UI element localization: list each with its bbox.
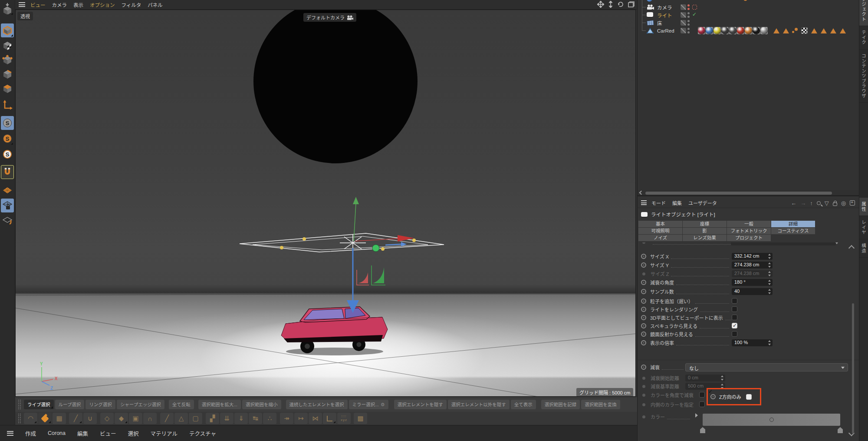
anim-dot-icon[interactable] xyxy=(641,332,646,337)
store-selection-button[interactable]: 選択範囲を記録 xyxy=(541,400,580,409)
bridge-icon[interactable]: ∩ xyxy=(143,413,157,424)
tag-triangle-icon[interactable] xyxy=(783,28,789,33)
material-tag[interactable] xyxy=(698,27,705,34)
object-row-camera[interactable]: カメラ xyxy=(638,3,859,11)
extrude-inner-icon[interactable]: ▣ xyxy=(129,413,142,424)
extrude-icon[interactable]: ◆ xyxy=(115,413,128,424)
attr-row-size-z[interactable]: サイズ Z 274.238 cm xyxy=(638,270,859,278)
shrink-selection-button[interactable]: 選択範囲を縮小 xyxy=(242,400,281,409)
menu-material[interactable]: マテリアル xyxy=(151,429,178,438)
polygons-mode-icon[interactable] xyxy=(1,82,14,96)
stepper-icon[interactable] xyxy=(768,280,771,285)
invert-all-button[interactable]: 全て反転 xyxy=(169,400,194,409)
tab-project[interactable]: プロジェクト xyxy=(727,235,771,241)
view-label[interactable]: 透視 xyxy=(17,12,33,20)
stepper-icon[interactable] xyxy=(768,254,771,259)
attr-row-show-plane[interactable]: 3D平面としてビューポートに表示 xyxy=(638,314,859,322)
cage-deform-icon[interactable]: ▩ xyxy=(354,413,367,424)
workplane-icon[interactable] xyxy=(1,183,14,197)
set-flow-icon[interactable]: ↠ xyxy=(280,413,293,424)
attribute-menu-icon[interactable] xyxy=(641,200,647,205)
attr-row-clipped[interactable] xyxy=(638,242,859,246)
visibility-dots[interactable] xyxy=(687,28,690,33)
maximize-icon[interactable] xyxy=(628,1,635,7)
menu-view[interactable]: ビュー xyxy=(30,1,46,8)
material-tag[interactable] xyxy=(760,27,768,34)
grow-selection-button[interactable]: 選択範囲を拡大... xyxy=(198,400,241,409)
hide-unselected-button[interactable]: 選択エレメント以外を隠す xyxy=(448,400,510,409)
layer-toggle[interactable] xyxy=(681,12,686,18)
xyz-coords-icon[interactable]: ∷∷xyz xyxy=(337,413,351,424)
anim-dot-icon[interactable] xyxy=(641,315,646,320)
optimize-dots-icon[interactable]: ∴ xyxy=(263,413,276,424)
solo-off-icon[interactable]: S xyxy=(1,116,14,130)
sculpt-brush-icon[interactable]: ╱ xyxy=(69,413,82,424)
search-icon[interactable] xyxy=(817,201,821,205)
tab-general[interactable]: 一般 xyxy=(727,221,771,227)
menu-edit[interactable]: 編集 xyxy=(77,429,88,438)
anim-dot-icon[interactable] xyxy=(710,394,716,399)
menu-options[interactable]: オプション xyxy=(90,1,115,8)
material-tag[interactable] xyxy=(745,27,752,34)
attr-row-samples[interactable]: サンプル数 40 xyxy=(638,288,859,295)
up-icon[interactable]: ↑ xyxy=(810,200,813,206)
ring-selection-button[interactable]: リング選択 xyxy=(85,400,115,409)
hide-selected-button[interactable]: 選択エレメントを隠す xyxy=(394,400,447,409)
menu-userdata[interactable]: ユーザデータ xyxy=(688,199,717,206)
material-tag[interactable] xyxy=(753,27,760,34)
menu-view-bottom[interactable]: ビュー xyxy=(100,429,116,438)
attr-row-reflection-visible[interactable]: 鏡面反射から見える xyxy=(638,330,859,338)
gradient-knob-left[interactable] xyxy=(700,427,705,433)
points-mode-icon[interactable] xyxy=(1,53,14,67)
anim-dot-icon[interactable] xyxy=(641,262,646,268)
menu-panel[interactable]: パネル xyxy=(148,1,163,8)
menu-create[interactable]: 作成 xyxy=(25,429,36,438)
menu-mode[interactable]: モード xyxy=(651,199,666,206)
live-selection-button[interactable]: ライブ選択 xyxy=(24,400,54,409)
tag-triangle-icon[interactable] xyxy=(811,28,817,33)
attr-row-add-grain[interactable]: 粒子を追加（遅い） xyxy=(638,297,859,305)
anim-dot-icon[interactable] xyxy=(641,280,646,285)
size-y-field[interactable]: 274.238 cm xyxy=(732,262,773,269)
color-gradient-bar[interactable] xyxy=(703,414,840,426)
array-grid-icon[interactable]: ▦ xyxy=(53,413,66,424)
attr-row-display-scale[interactable]: 表示の倍率 100 % xyxy=(638,339,859,347)
object-row-clipped[interactable] xyxy=(638,0,859,3)
convert-selection-button[interactable]: 選択範囲を変換 xyxy=(581,400,620,409)
tag-triangle-icon[interactable] xyxy=(840,28,846,33)
menu-display[interactable]: 表示 xyxy=(73,1,83,8)
tab-shadow[interactable]: 影 xyxy=(683,228,727,234)
convert-object-icon[interactable] xyxy=(1,2,14,16)
enable-axis-icon[interactable] xyxy=(1,98,14,112)
enabled-check-icon[interactable]: ✓ xyxy=(692,11,697,17)
tab-basic[interactable]: 基本 xyxy=(638,221,682,227)
stepper-icon[interactable] xyxy=(768,262,771,268)
bottom-menu-icon[interactable] xyxy=(7,431,13,436)
solo-hierarchy-icon[interactable]: S xyxy=(1,147,14,161)
material-tag[interactable] xyxy=(713,27,721,34)
tag-triangle-icon[interactable] xyxy=(773,28,779,33)
visibility-dots[interactable] xyxy=(687,20,690,26)
select-connected-button[interactable]: 連続したエレメントを選択 xyxy=(286,400,348,409)
display-scale-field[interactable]: 100 % xyxy=(732,339,773,346)
viewport-menu-icon[interactable] xyxy=(19,2,25,7)
close-hole-icon[interactable]: ▢ xyxy=(189,413,202,424)
material-tag[interactable] xyxy=(706,27,713,34)
attr-row-render-light[interactable]: ライトをレンダリング xyxy=(638,305,859,313)
3d-viewport[interactable]: Y X Z 透視 デフォルトカメラ グリッド間隔 : 5000 cm xyxy=(15,10,636,397)
material-tag[interactable] xyxy=(721,27,729,34)
object-row-light[interactable]: ライト ✓ xyxy=(638,11,859,19)
add-panel-icon[interactable] xyxy=(850,200,855,206)
render-light-checkbox[interactable] xyxy=(732,306,737,312)
toolbar-drag-handle[interactable] xyxy=(18,399,21,410)
stepper-icon[interactable] xyxy=(768,289,771,294)
knife-icon[interactable]: ╱ xyxy=(160,413,174,424)
menu-texture[interactable]: テクスチャ xyxy=(189,429,216,438)
tab-caustics[interactable]: コースティクス xyxy=(771,228,815,234)
camera-active-icon[interactable] xyxy=(692,5,697,10)
tab-visibility[interactable]: 可視照明 xyxy=(638,228,682,234)
anim-dot-icon[interactable] xyxy=(641,323,646,328)
falloff-dropdown[interactable]: なし xyxy=(685,363,848,371)
magnet-icon[interactable]: ∪ xyxy=(83,413,97,424)
sharp-edge-selection-button[interactable]: シャープエッジ選択 xyxy=(117,400,164,409)
